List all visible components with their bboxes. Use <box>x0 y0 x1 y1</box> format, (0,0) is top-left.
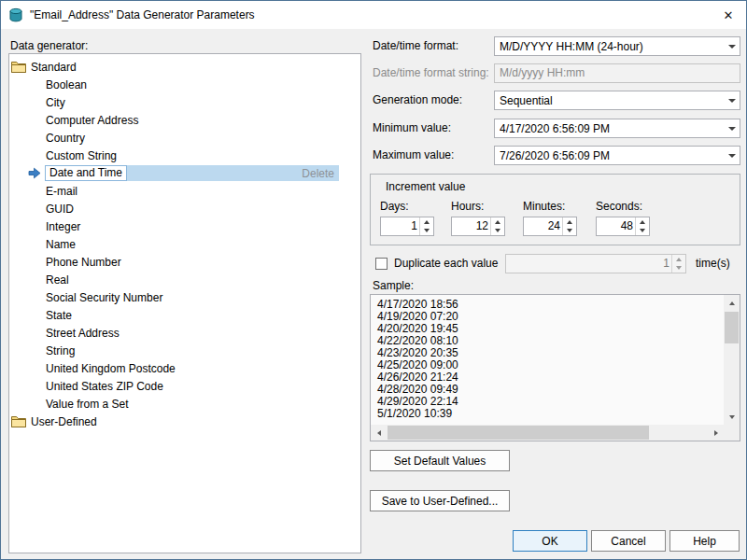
tree-item-integer[interactable]: Integer <box>9 217 360 235</box>
tree-item-real[interactable]: Real <box>9 271 360 288</box>
duplicate-checkbox[interactable] <box>375 258 388 270</box>
vertical-scrollbar-thumb[interactable] <box>725 312 739 343</box>
spin-up-icon[interactable] <box>491 217 504 227</box>
tree-folder-standard[interactable]: Standard <box>9 58 360 76</box>
data-generator-label: Data generator: <box>10 39 88 52</box>
minutes-label: Minutes: <box>523 200 565 213</box>
tree-item-custom-string[interactable]: Custom String <box>9 147 360 164</box>
tree-item-united-states-zip-code[interactable]: United States ZIP Code <box>9 377 360 395</box>
sample-content: 4/17/2020 18:56 4/19/2020 07:20 4/20/202… <box>371 295 724 425</box>
chevron-down-icon[interactable] <box>724 37 740 55</box>
spin-up-icon[interactable] <box>420 217 433 227</box>
folder-icon <box>11 415 26 427</box>
spinner-buttons[interactable] <box>562 217 576 235</box>
scroll-right-icon[interactable] <box>708 425 724 441</box>
seconds-value: 48 <box>599 217 633 235</box>
increment-value-title: Increment value <box>386 180 465 193</box>
tree-item-city[interactable]: City <box>9 93 360 111</box>
delete-link[interactable]: Delete <box>302 167 334 180</box>
set-default-values-button[interactable]: Set Default Values <box>370 450 510 471</box>
generator-tree[interactable]: Standard Boolean City Computer Address C… <box>8 53 361 553</box>
spinner-buttons[interactable] <box>490 217 504 235</box>
hours-spinner[interactable]: 12 <box>451 217 505 236</box>
tree-item-value-from-a-set[interactable]: Value from a Set <box>9 395 360 413</box>
scroll-up-icon[interactable] <box>724 295 740 311</box>
tree-item-street-address[interactable]: Street Address <box>9 324 360 342</box>
spin-down-icon <box>672 264 685 273</box>
sample-line: 5/1/2020 10:39 <box>377 408 724 420</box>
days-value: 1 <box>383 217 417 235</box>
tree-item-computer-address[interactable]: Computer Address <box>9 111 360 129</box>
tree-item-string[interactable]: String <box>9 342 360 359</box>
hours-value: 12 <box>454 217 488 235</box>
vertical-scrollbar[interactable] <box>724 295 740 425</box>
spin-down-icon[interactable] <box>563 227 576 236</box>
spin-up-icon[interactable] <box>636 217 649 227</box>
times-label: time(s) <box>696 255 730 272</box>
tree-item-boolean[interactable]: Boolean <box>9 76 360 93</box>
tree-item-social-security-number[interactable]: Social Security Number <box>9 288 360 306</box>
tree-item-date-and-time[interactable]: Date and Time Delete <box>9 164 360 182</box>
tree-item-state[interactable]: State <box>9 306 360 324</box>
generation-mode-combo[interactable]: Sequential <box>494 91 740 110</box>
duplicate-checkbox-label[interactable]: Duplicate each value <box>394 255 498 272</box>
minutes-spinner[interactable]: 24 <box>523 217 577 236</box>
horizontal-scrollbar[interactable] <box>371 425 724 441</box>
tree-folder-user-defined[interactable]: User-Defined <box>9 413 360 430</box>
tree-item-e-mail[interactable]: E-mail <box>9 182 360 200</box>
hours-label: Hours: <box>451 200 484 213</box>
spin-down-icon[interactable] <box>636 227 649 236</box>
duplicate-count-spinner: 1 <box>505 254 686 273</box>
generation-mode-label: Generation mode: <box>373 91 462 110</box>
maximum-value-picker[interactable]: 7/26/2020 6:56:09 PM <box>494 146 740 165</box>
spinner-buttons <box>671 255 685 273</box>
chevron-down-icon[interactable] <box>724 147 740 164</box>
duplicate-count-value: 1 <box>508 255 669 273</box>
chevron-down-icon[interactable] <box>724 91 740 109</box>
help-button[interactable]: Help <box>669 530 740 552</box>
tree-item-guid[interactable]: GUID <box>9 200 360 217</box>
format-string-input: M/d/yyyy HH:mm <box>494 63 740 83</box>
datetime-format-label: Date/time format: <box>373 36 458 56</box>
spin-up-icon[interactable] <box>563 217 576 227</box>
minimum-value-picker[interactable]: 4/17/2020 6:56:09 PM <box>494 119 740 138</box>
scroll-down-icon[interactable] <box>724 409 740 425</box>
selected-item-label: Date and Time <box>45 165 127 181</box>
scroll-left-icon[interactable] <box>371 425 387 441</box>
spinner-buttons[interactable] <box>419 217 433 235</box>
maximum-value: 7/26/2020 6:56:09 PM <box>500 149 724 162</box>
spinner-buttons[interactable] <box>635 217 649 235</box>
datetime-format-value: M/D/YYYY HH:MM (24-hour) <box>500 40 724 53</box>
days-label: Days: <box>380 200 409 213</box>
days-spinner[interactable]: 1 <box>380 217 434 236</box>
tree-item-name[interactable]: Name <box>9 235 360 253</box>
tree-item-united-kingdom-postcode[interactable]: United Kingdom Postcode <box>9 359 360 377</box>
sample-label: Sample: <box>373 279 414 292</box>
minutes-value: 24 <box>526 217 560 235</box>
increment-value-group: Increment value Days: 1 Hours: 12 Minute… <box>370 174 740 245</box>
generation-mode-value: Sequential <box>500 94 724 107</box>
chevron-down-icon[interactable] <box>724 119 740 137</box>
horizontal-scrollbar-thumb[interactable] <box>388 426 649 440</box>
spin-down-icon[interactable] <box>420 227 433 236</box>
current-generator-arrow-icon <box>28 167 41 179</box>
tree-item-country[interactable]: Country <box>9 129 360 147</box>
data-generator-parameters-dialog: "Email_Address" Data Generator Parameter… <box>0 0 747 560</box>
save-to-user-defined-button[interactable]: Save to User-Defined... <box>370 490 510 511</box>
minimum-value: 4/17/2020 6:56:09 PM <box>500 122 724 135</box>
spin-up-icon <box>672 255 685 264</box>
maximum-value-label: Maximum value: <box>373 146 454 165</box>
cancel-button[interactable]: Cancel <box>591 530 666 552</box>
seconds-spinner[interactable]: 48 <box>596 217 650 236</box>
ok-button[interactable]: OK <box>513 530 587 552</box>
spin-down-icon[interactable] <box>491 227 504 236</box>
close-icon[interactable]: ✕ <box>711 1 746 29</box>
minimum-value-label: Minimum value: <box>373 119 451 138</box>
tree-item-phone-number[interactable]: Phone Number <box>9 253 360 271</box>
datetime-format-combo[interactable]: M/D/YYYY HH:MM (24-hour) <box>494 36 740 56</box>
format-string-label: Date/time format string: <box>373 63 489 83</box>
app-icon <box>8 7 23 22</box>
tree-folder-label: Standard <box>31 61 77 74</box>
sample-box[interactable]: 4/17/2020 18:56 4/19/2020 07:20 4/20/202… <box>370 294 740 441</box>
seconds-label: Seconds: <box>596 200 642 213</box>
